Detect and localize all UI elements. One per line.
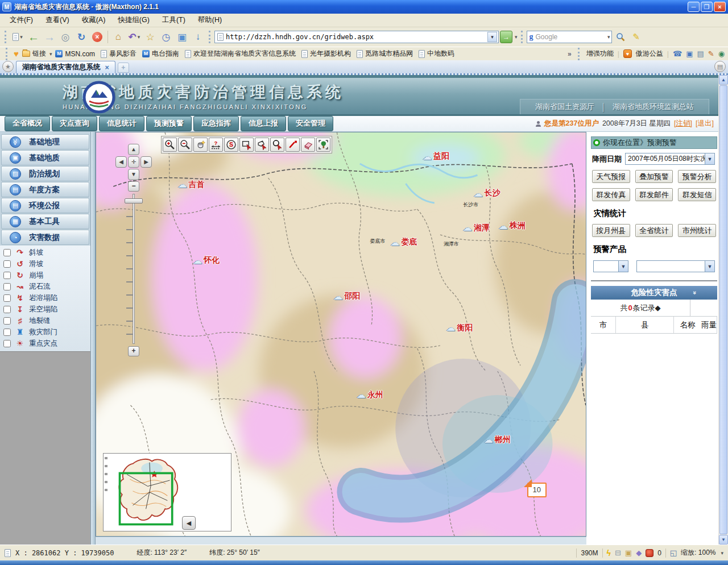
city-marker[interactable]: ☁ 娄底	[390, 237, 417, 248]
nav-tab[interactable]: 安全管理	[288, 116, 333, 131]
tab-list-button[interactable]: ▤	[714, 61, 726, 72]
overview-collapse-button[interactable]: ◀	[182, 516, 196, 530]
notes-diamond-icon[interactable]: ◆	[636, 549, 642, 557]
pan-down-button[interactable]: ▼	[128, 169, 139, 180]
quick-link[interactable]: 觅路城市精品网	[357, 49, 413, 59]
pan-left-button[interactable]: ◀	[115, 156, 127, 168]
broadcast-button[interactable]: 群发传真	[592, 188, 630, 201]
back-button[interactable]: ←	[26, 30, 41, 44]
search-engine-dropdown[interactable]: ▾	[607, 34, 610, 40]
notes-icon[interactable]: ▤	[697, 49, 704, 58]
plugins-link[interactable]: 增强功能	[586, 49, 614, 59]
search-input[interactable]: Google	[536, 33, 604, 41]
history-dropdown-button[interactable]: ◎	[58, 30, 73, 44]
rain-date-select[interactable]: 2007年05月05日08时实况 ▼	[625, 153, 715, 165]
nav-tab[interactable]: 预测预警	[146, 116, 192, 131]
logout-link[interactable]: [注销]	[674, 119, 692, 128]
city-marker[interactable]: ☁ 吉首	[178, 179, 205, 190]
nav-tab[interactable]: 灾点查询	[52, 116, 97, 131]
new-tab-button[interactable]: +	[118, 63, 129, 73]
collapse-chevron-icon[interactable]: »	[692, 291, 698, 294]
undo-button[interactable]: ↶▾	[127, 30, 142, 44]
city-marker[interactable]: ☁ 益阳	[423, 151, 449, 162]
city-marker[interactable]: ☁ 永州	[357, 389, 383, 400]
forecast-button[interactable]: 叠加预警	[635, 170, 673, 183]
highlight-button[interactable]: ✎	[629, 30, 644, 44]
quick-link[interactable]: 电台指南	[142, 49, 179, 59]
window-panel-icon[interactable]: ▣	[686, 49, 693, 58]
zoom-out-step-button[interactable]: −	[128, 181, 139, 192]
links-folder[interactable]: 链接▾	[22, 49, 52, 59]
zoom-in-tool[interactable]	[163, 138, 177, 152]
browser-scrollbar[interactable]: ▲ ▼	[718, 75, 728, 545]
menu-item[interactable]: 文件(F)	[3, 14, 39, 26]
download-button[interactable]: ↓	[191, 30, 205, 44]
address-dropdown-button[interactable]: ▾	[487, 32, 497, 42]
nav-tab[interactable]: 全省概况	[5, 116, 50, 131]
new-page-button[interactable]: ▾	[10, 30, 25, 44]
boost-icon[interactable]: ϟ	[607, 549, 611, 558]
layer-checkbox[interactable]	[3, 306, 11, 313]
resize-icon[interactable]: ◱	[670, 549, 677, 557]
danger-points-header[interactable]: 危险性灾害点 »	[591, 286, 717, 300]
maxthon-charity-icon[interactable]: ♥	[623, 49, 632, 58]
charity-link[interactable]: 傲游公益	[636, 49, 663, 59]
magic-wand-button[interactable]: ☆	[143, 30, 158, 44]
scroll-down-arrow[interactable]: ▼	[719, 535, 728, 545]
layer-checkbox[interactable]	[3, 294, 11, 302]
city-marker[interactable]: ☁ 湘潭	[463, 222, 490, 233]
zoom-level[interactable]: 缩放: 100%	[681, 548, 715, 558]
search-button[interactable]	[613, 30, 628, 44]
skin-icon[interactable]: ◉	[718, 49, 725, 58]
menu-item[interactable]: 收藏(A)	[76, 14, 112, 26]
banner-link-dept[interactable]: 湖南省国土资源厅	[528, 102, 601, 112]
favorites-heart-icon[interactable]: ♥	[14, 49, 19, 59]
quick-link[interactable]: 光年摄影机构	[301, 49, 351, 59]
scrollbar-thumb[interactable]	[719, 85, 727, 534]
select-polygon-tool[interactable]	[255, 138, 269, 152]
city-marker[interactable]: ☁ 长沙	[474, 188, 500, 199]
layer-checkbox[interactable]	[3, 340, 11, 347]
sidebar-section-button[interactable]: ▨ 防治规划	[1, 166, 89, 181]
history-clock-button[interactable]: ◷	[159, 30, 173, 44]
product-type-select[interactable]: ▼	[593, 260, 628, 272]
pan-center-button[interactable]: ✛	[128, 156, 139, 168]
address-bar[interactable]: http://dzzh.hndh.gov.cn/gridweb.aspx ▾	[214, 31, 499, 43]
banner-link-station[interactable]: 湖南省地质环境监测总站	[606, 102, 701, 112]
menu-item[interactable]: 查看(V)	[39, 14, 76, 26]
quick-link[interactable]: 暴风影音	[101, 49, 136, 59]
print-icon[interactable]: ⊟	[615, 549, 621, 557]
zoom-dropdown-caret[interactable]: ▾	[721, 550, 723, 556]
tab-close-icon[interactable]: ×	[105, 64, 109, 72]
city-marker[interactable]: ☁ 衡阳	[446, 322, 473, 333]
sidebar-section-button[interactable]: ▤ 年度方案	[1, 182, 89, 197]
alarm-clock-icon[interactable]	[646, 549, 653, 557]
city-marker[interactable]: ☁ 株洲	[498, 221, 525, 231]
product-item-select[interactable]: ▼	[636, 260, 715, 272]
scale-tool[interactable]: S	[224, 138, 238, 152]
zoom-in-step-button[interactable]: +	[128, 346, 139, 356]
stats-button[interactable]: 按月州县	[592, 224, 630, 237]
layer-checkbox[interactable]	[3, 317, 11, 325]
exit-link[interactable]: [退出]	[696, 119, 714, 128]
nav-tab[interactable]: 应急指挥	[193, 116, 239, 131]
address-url[interactable]: http://dzzh.hndh.gov.cn/gridweb.aspx	[226, 33, 485, 41]
draw-line-tool[interactable]	[286, 138, 300, 152]
home-button[interactable]: ⌂	[111, 30, 126, 44]
menu-item[interactable]: 快捷组(G)	[111, 14, 156, 26]
zoom-out-tool[interactable]	[178, 138, 192, 152]
quick-link[interactable]: 中地数码	[419, 49, 454, 59]
window-layout-button[interactable]: ▣	[175, 30, 189, 44]
select-circle-tool[interactable]	[270, 138, 284, 152]
sidebar-section-button[interactable]: ▦ 基本工具	[1, 214, 89, 229]
layer-checkbox[interactable]	[3, 249, 11, 256]
broadcast-button[interactable]: 群发邮件	[635, 188, 673, 201]
menu-item[interactable]: 工具(T)	[156, 14, 192, 26]
go-button[interactable]: →	[500, 31, 512, 43]
city-marker[interactable]: ☁ 怀化	[193, 255, 220, 266]
zoom-slider-handle[interactable]	[125, 198, 143, 203]
stats-button[interactable]: 市州统计	[678, 224, 716, 237]
pencil-tools-icon[interactable]: ✎	[708, 49, 714, 58]
city-marker[interactable]: ☁ 郴州	[484, 434, 511, 445]
layer-checkbox[interactable]	[3, 260, 11, 268]
